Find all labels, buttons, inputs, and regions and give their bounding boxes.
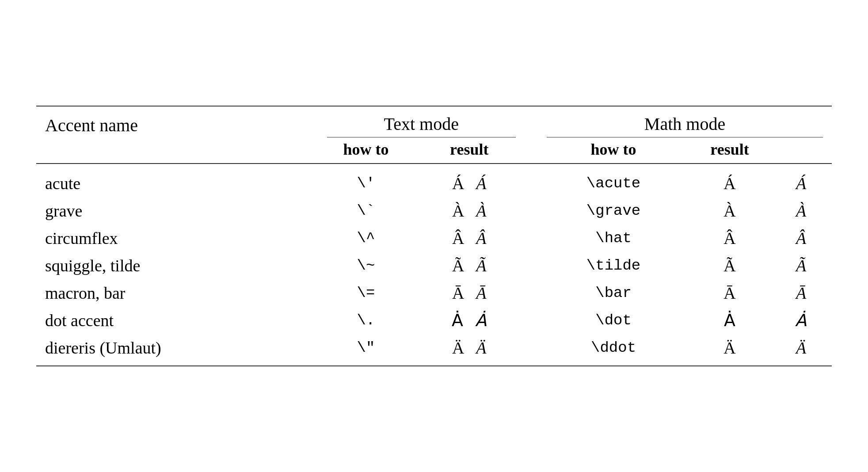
col-header-math-mode: Math mode (538, 106, 832, 140)
table-body: acute \' Á Á \acute Á Á grave \` À À \gr… (36, 164, 832, 366)
math-howto-cell: \ddot (538, 334, 689, 366)
math-howto-cell: \dot (538, 306, 689, 334)
text-result-cell: Ä Ä (414, 334, 525, 366)
subheader-math-result2 (770, 140, 832, 164)
page-container: Accent name Text mode Math mode (0, 0, 868, 472)
text-result-cell: À À (414, 197, 525, 224)
header-row-subheaders: how to result how to result (36, 140, 832, 164)
accent-name-cell: dot accent (36, 306, 318, 334)
math-result-upright-cell: À (689, 197, 770, 224)
table-row: squiggle, tilde \~ Ã Ã \tilde Ã Ã (36, 251, 832, 279)
separator-cell (525, 164, 538, 197)
subheader-empty (36, 140, 318, 164)
col-header-accent-name: Accent name (36, 106, 318, 140)
math-result-italic-cell: Ä (770, 334, 832, 366)
subheader-math-result: result (689, 140, 770, 164)
separator-cell (525, 197, 538, 224)
text-result-cell: Á Á (414, 164, 525, 197)
separator-cell (525, 306, 538, 334)
table-row: dot accent \. Ȧ Ȧ \dot Ȧ Ȧ (36, 306, 832, 334)
subheader-math-howto: how to (538, 140, 689, 164)
subheader-text-result: result (414, 140, 525, 164)
math-result-italic-cell: À (770, 197, 832, 224)
separator-cell (525, 251, 538, 279)
math-result-italic-cell: Ȧ (770, 306, 832, 334)
accent-name-cell: squiggle, tilde (36, 251, 318, 279)
accent-name-cell: grave (36, 197, 318, 224)
separator-cell (525, 279, 538, 306)
math-result-upright-cell: Â (689, 224, 770, 251)
accent-name-cell: acute (36, 164, 318, 197)
math-result-italic-cell: Ā (770, 279, 832, 306)
text-howto-cell: \' (318, 164, 414, 197)
text-howto-cell: \~ (318, 251, 414, 279)
text-result-cell: Ã Ã (414, 251, 525, 279)
text-howto-cell: \^ (318, 224, 414, 251)
math-result-italic-cell: Â (770, 224, 832, 251)
table-row: diereris (Umlaut) \" Ä Ä \ddot Ä Ä (36, 334, 832, 366)
table-row: macron, bar \= Ā Ā \bar Ā Ā (36, 279, 832, 306)
text-howto-cell: \= (318, 279, 414, 306)
math-result-upright-cell: Á (689, 164, 770, 197)
math-howto-cell: \acute (538, 164, 689, 197)
math-howto-cell: \tilde (538, 251, 689, 279)
table-row: circumflex \^ Â Â \hat Â Â (36, 224, 832, 251)
accent-name-cell: circumflex (36, 224, 318, 251)
text-howto-cell: \" (318, 334, 414, 366)
math-result-italic-cell: Ã (770, 251, 832, 279)
math-result-upright-cell: Ã (689, 251, 770, 279)
accent-name-cell: diereris (Umlaut) (36, 334, 318, 366)
accent-name-cell: macron, bar (36, 279, 318, 306)
separator-col (525, 106, 538, 140)
separator-cell (525, 224, 538, 251)
math-result-italic-cell: Á (770, 164, 832, 197)
text-result-cell: Ȧ Ȧ (414, 306, 525, 334)
math-howto-cell: \bar (538, 279, 689, 306)
math-result-upright-cell: Ä (689, 334, 770, 366)
math-result-upright-cell: Ā (689, 279, 770, 306)
math-howto-cell: \grave (538, 197, 689, 224)
table-row: grave \` À À \grave À À (36, 197, 832, 224)
col-header-text-mode: Text mode (318, 106, 525, 140)
text-result-cell: Ā Ā (414, 279, 525, 306)
text-howto-cell: \. (318, 306, 414, 334)
text-result-cell: Â Â (414, 224, 525, 251)
accent-table: Accent name Text mode Math mode (36, 106, 832, 366)
table-row: acute \' Á Á \acute Á Á (36, 164, 832, 197)
math-howto-cell: \hat (538, 224, 689, 251)
subheader-separator (525, 140, 538, 164)
text-howto-cell: \` (318, 197, 414, 224)
header-row-groups: Accent name Text mode Math mode (36, 106, 832, 140)
separator-cell (525, 334, 538, 366)
subheader-text-howto: how to (318, 140, 414, 164)
math-result-upright-cell: Ȧ (689, 306, 770, 334)
